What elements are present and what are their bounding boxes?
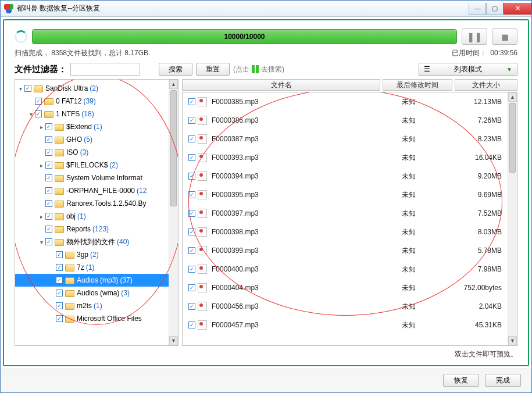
scroll-thumb[interactable] bbox=[509, 103, 516, 173]
tree-node[interactable]: ▸✓$Extend (1) bbox=[15, 120, 169, 133]
file-row[interactable]: ✓F0000397.mp3未知7.52MB bbox=[183, 204, 508, 223]
scroll-thumb[interactable] bbox=[170, 90, 177, 206]
checkbox[interactable]: ✓ bbox=[188, 98, 195, 105]
checkbox[interactable]: ✓ bbox=[45, 162, 52, 169]
tree-node[interactable]: ✓Audios (mp3) (37) bbox=[15, 274, 169, 287]
tree-label: 0 FAT12 bbox=[56, 97, 81, 105]
tree-node[interactable]: ▸✓$FILELOCK$ (2) bbox=[15, 159, 169, 172]
stop-button[interactable]: ◼ bbox=[492, 28, 517, 45]
tree-node[interactable]: ✓Microsoft Office Files bbox=[15, 312, 169, 325]
checkbox[interactable]: ✓ bbox=[188, 247, 195, 254]
checkbox[interactable]: ✓ bbox=[56, 290, 63, 296]
checkbox[interactable]: ✓ bbox=[188, 135, 195, 142]
expand-toggle[interactable]: ▸ bbox=[38, 162, 44, 169]
checkbox[interactable]: ✓ bbox=[35, 110, 42, 117]
checkbox[interactable]: ✓ bbox=[45, 238, 52, 245]
expand-toggle[interactable]: ▾ bbox=[17, 85, 23, 92]
file-modified: 未知 bbox=[374, 265, 444, 274]
file-row[interactable]: ✓F0000387.mp3未知8.23MB bbox=[183, 130, 508, 148]
tree-node[interactable]: ✓System Volume Informat bbox=[15, 172, 169, 184]
file-row[interactable]: ✓F0000404.mp3未知752.00bytes bbox=[183, 278, 508, 297]
checkbox[interactable]: ✓ bbox=[188, 210, 195, 217]
checkbox[interactable]: ✓ bbox=[188, 284, 195, 291]
scroll-down-button[interactable]: ▼ bbox=[508, 336, 517, 345]
tree-node[interactable]: ✓0 FAT12 (39) bbox=[15, 95, 169, 108]
checkbox[interactable]: ✓ bbox=[45, 226, 52, 233]
tree-node[interactable]: ✓ISO (3) bbox=[15, 146, 169, 159]
maximize-button[interactable]: ▢ bbox=[486, 3, 504, 15]
file-modified: 未知 bbox=[374, 227, 444, 237]
scroll-up-button[interactable]: ▲ bbox=[508, 92, 517, 102]
checkbox[interactable]: ✓ bbox=[188, 266, 195, 273]
viewmode-dropdown[interactable]: ☰ 列表模式 ▼ bbox=[419, 63, 517, 76]
checkbox[interactable]: ✓ bbox=[188, 154, 195, 161]
checkbox[interactable]: ✓ bbox=[188, 191, 195, 198]
checkbox[interactable]: ✓ bbox=[188, 117, 195, 124]
scroll-up-button[interactable]: ▲ bbox=[169, 80, 178, 89]
file-row[interactable]: ✓F0000393.mp3未知16.04KB bbox=[183, 148, 508, 167]
file-row[interactable]: ✓F0000399.mp3未知5.78MB bbox=[183, 241, 508, 260]
list-scrollbar[interactable]: ▲ ▼ bbox=[508, 92, 517, 345]
tree-node[interactable]: ✓3gp (2) bbox=[15, 248, 169, 261]
expand-toggle[interactable]: ▾ bbox=[38, 239, 44, 245]
search-button[interactable]: 搜索 bbox=[159, 63, 192, 76]
checkbox[interactable]: ✓ bbox=[45, 136, 52, 143]
tree-count: (37) bbox=[120, 276, 132, 284]
file-modified: 未知 bbox=[374, 116, 444, 126]
checkbox[interactable]: ✓ bbox=[56, 277, 63, 284]
file-row[interactable]: ✓F0000395.mp3未知9.69MB bbox=[183, 185, 508, 204]
filter-input[interactable] bbox=[70, 63, 140, 76]
checkbox[interactable]: ✓ bbox=[35, 98, 42, 105]
file-row[interactable]: ✓F0000394.mp3未知9.20MB bbox=[183, 167, 508, 185]
expand-toggle[interactable]: ▸ bbox=[38, 124, 44, 130]
file-row[interactable]: ✓F0000385.mp3未知12.13MB bbox=[183, 92, 508, 111]
titlebar[interactable]: 都叫兽 数据恢复--分区恢复 — ▢ ✕ bbox=[1, 1, 531, 17]
column-modified[interactable]: 最后修改时间 bbox=[383, 79, 452, 91]
tree-node[interactable]: ✓7z (1) bbox=[15, 261, 169, 274]
column-filename[interactable]: 文件名 bbox=[182, 79, 380, 91]
expand-toggle[interactable]: ▸ bbox=[38, 213, 44, 220]
checkbox[interactable]: ✓ bbox=[188, 321, 195, 328]
file-row[interactable]: ✓F0000400.mp3未知7.98MB bbox=[183, 260, 508, 278]
checkbox[interactable]: ✓ bbox=[188, 228, 195, 235]
done-button[interactable]: 完成 bbox=[485, 374, 521, 387]
checkbox[interactable]: ✓ bbox=[45, 200, 52, 207]
checkbox[interactable]: ✓ bbox=[45, 149, 52, 156]
file-row[interactable]: ✓F0000386.mp3未知7.26MB bbox=[183, 111, 508, 130]
checkbox[interactable]: ✓ bbox=[188, 173, 195, 180]
scroll-down-button[interactable]: ▼ bbox=[169, 336, 178, 345]
tree-scrollbar[interactable]: ▲ ▼ bbox=[169, 80, 178, 345]
pause-button[interactable]: ❚❚ bbox=[462, 28, 487, 45]
tree-node[interactable]: ✓Reports (123) bbox=[15, 223, 169, 235]
checkbox[interactable]: ✓ bbox=[45, 213, 52, 220]
checkbox[interactable]: ✓ bbox=[56, 264, 63, 271]
tree-label: 1 NTFS bbox=[56, 110, 80, 118]
file-row[interactable]: ✓F0000456.mp3未知2.04KB bbox=[183, 297, 508, 316]
file-row[interactable]: ✓F0000457.mp3未知45.31KB bbox=[183, 316, 508, 334]
recover-button[interactable]: 恢复 bbox=[443, 374, 479, 387]
tree-node[interactable]: ▸✓obj (1) bbox=[15, 210, 169, 223]
tree-node[interactable]: ✓m2ts (1) bbox=[15, 299, 169, 312]
reset-button[interactable]: 重置 bbox=[196, 63, 230, 76]
checkbox[interactable]: ✓ bbox=[45, 187, 52, 194]
tree-node[interactable]: ✓-ORPHAN_FILE-0000 (12 bbox=[15, 184, 169, 197]
checkbox[interactable]: ✓ bbox=[56, 315, 63, 322]
checkbox[interactable]: ✓ bbox=[45, 174, 52, 181]
checkbox[interactable]: ✓ bbox=[56, 251, 63, 258]
checkbox[interactable]: ✓ bbox=[56, 302, 63, 309]
file-row[interactable]: ✓F0000398.mp3未知8.03MB bbox=[183, 223, 508, 241]
close-button[interactable]: ✕ bbox=[504, 3, 531, 15]
expand-toggle[interactable]: ▾ bbox=[28, 111, 34, 117]
tree-node[interactable]: ▾✓1 NTFS (18) bbox=[15, 108, 169, 120]
checkbox[interactable]: ✓ bbox=[45, 123, 52, 130]
minimize-button[interactable]: — bbox=[469, 3, 486, 15]
tree-node[interactable]: ▾✓SanDisk Ultra (2) bbox=[15, 82, 169, 95]
tree-node[interactable]: ✓Audios (wma) (3) bbox=[15, 287, 169, 299]
checkbox[interactable]: ✓ bbox=[188, 303, 195, 310]
checkbox[interactable]: ✓ bbox=[24, 85, 31, 92]
folder-icon bbox=[55, 149, 64, 156]
tree-node[interactable]: ▾✓额外找到的文件 (40) bbox=[15, 235, 169, 248]
tree-node[interactable]: ✓GHO (5) bbox=[15, 133, 169, 146]
column-size[interactable]: 文件大小 bbox=[455, 79, 517, 91]
tree-node[interactable]: ✓Ranorex.Tools.1.2.540.By bbox=[15, 197, 169, 210]
